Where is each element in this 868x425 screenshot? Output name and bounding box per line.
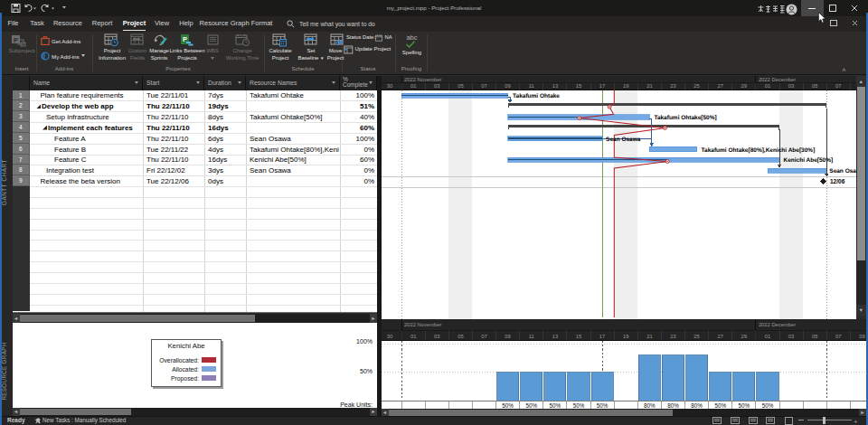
svg-text:27: 27 <box>717 83 722 89</box>
svg-text:50%: 50% <box>549 401 561 408</box>
svg-text:29: 29 <box>741 334 746 339</box>
svg-text:50%: 50% <box>596 401 608 408</box>
svg-text:2022 November: 2022 November <box>404 77 441 82</box>
svg-text:2022 December: 2022 December <box>758 322 795 327</box>
svg-text:03: 03 <box>788 83 793 89</box>
svg-text:Kenichi Abe[50%]: Kenichi Abe[50%] <box>783 157 833 164</box>
svg-text:Takafumi Ohtake: Takafumi Ohtake <box>513 93 560 99</box>
svg-text:09: 09 <box>505 83 510 89</box>
svg-text:07: 07 <box>835 83 841 89</box>
svg-text:25: 25 <box>693 83 699 89</box>
svg-text:23: 23 <box>670 83 675 89</box>
svg-text:23: 23 <box>670 334 675 339</box>
svg-text:50%: 50% <box>761 401 773 408</box>
svg-text:50%: 50% <box>714 401 726 408</box>
svg-text:29: 29 <box>741 83 746 89</box>
svg-text:07: 07 <box>481 334 486 339</box>
svg-text:01: 01 <box>764 334 769 339</box>
svg-text:11: 11 <box>528 334 533 339</box>
svg-text:03: 03 <box>434 83 439 89</box>
svg-text:2022 November: 2022 November <box>404 322 441 327</box>
svg-text:05: 05 <box>458 83 463 89</box>
svg-text:07: 07 <box>835 334 841 339</box>
svg-text:15: 15 <box>575 83 580 89</box>
svg-text:12/06: 12/06 <box>830 178 845 184</box>
svg-text:Sean Osawa: Sean Osawa <box>606 137 641 143</box>
svg-text:19: 19 <box>622 334 627 339</box>
svg-text:30: 30 <box>386 83 392 89</box>
svg-text:05: 05 <box>811 334 816 339</box>
svg-text:01: 01 <box>410 83 415 89</box>
svg-text:13: 13 <box>552 83 557 89</box>
svg-text:01: 01 <box>410 334 415 339</box>
svg-text:19: 19 <box>622 83 627 89</box>
svg-text:03: 03 <box>788 334 793 339</box>
svg-text:50%: 50% <box>738 401 750 408</box>
svg-text:30: 30 <box>386 334 392 339</box>
svg-text:50%: 50% <box>525 401 537 408</box>
svg-text:80%: 80% <box>691 401 703 408</box>
svg-text:25: 25 <box>693 334 699 339</box>
svg-text:09: 09 <box>505 334 510 339</box>
svg-text:Takafumi Ohtake[80%],Kenichi A: Takafumi Ohtake[80%],Kenichi Abe[30%] <box>701 147 815 154</box>
svg-text:13: 13 <box>552 334 557 339</box>
svg-text:03: 03 <box>434 334 439 339</box>
svg-text:01: 01 <box>764 83 769 89</box>
svg-text:80%: 80% <box>667 401 679 408</box>
svg-text:50%: 50% <box>502 401 514 408</box>
svg-text:11: 11 <box>528 83 533 89</box>
svg-text:Sean Osawa: Sean Osawa <box>829 168 856 175</box>
svg-text:09: 09 <box>859 334 864 339</box>
svg-text:27: 27 <box>717 334 722 339</box>
svg-text:Takafumi Ohtake[50%]: Takafumi Ohtake[50%] <box>654 115 716 121</box>
svg-text:21: 21 <box>646 334 652 339</box>
svg-text:05: 05 <box>811 83 816 89</box>
svg-text:07: 07 <box>481 83 486 89</box>
svg-text:17: 17 <box>599 334 604 339</box>
svg-text:50%: 50% <box>572 401 584 408</box>
svg-text:17: 17 <box>599 83 604 89</box>
svg-text:80%: 80% <box>644 401 656 408</box>
svg-text:15: 15 <box>575 334 580 339</box>
svg-text:05: 05 <box>458 334 463 339</box>
svg-text:2022 December: 2022 December <box>758 77 795 82</box>
svg-text:21: 21 <box>646 83 652 89</box>
